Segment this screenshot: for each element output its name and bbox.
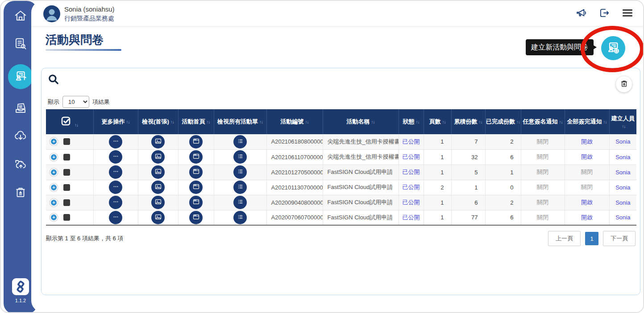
all-sign-notify[interactable]: 開啟 bbox=[581, 199, 593, 206]
expand-row-button[interactable]: + bbox=[50, 168, 58, 177]
creator-link[interactable]: Sonia bbox=[615, 169, 630, 176]
expand-row-button[interactable]: + bbox=[50, 137, 58, 146]
view-all-forms-button[interactable] bbox=[233, 165, 247, 179]
view-first-button[interactable] bbox=[151, 181, 165, 194]
announcement-icon[interactable] bbox=[575, 7, 587, 19]
view-all-forms-button[interactable] bbox=[233, 181, 247, 194]
sidebar-item-home[interactable] bbox=[11, 7, 30, 26]
expand-row-button[interactable]: + bbox=[50, 183, 58, 192]
table-row: + A2020070607000001 FastSIGN Cloud試用申請 已… bbox=[46, 210, 636, 225]
status-link[interactable]: 已公開 bbox=[403, 138, 420, 145]
sidebar-item-cloud-upload[interactable] bbox=[11, 156, 30, 174]
image-icon bbox=[154, 137, 162, 146]
column-header[interactable]: 全部簽完通知↑↓ bbox=[565, 109, 609, 134]
expand-row-button[interactable]: + bbox=[50, 153, 58, 161]
column-header[interactable]: 活動編號↑↓ bbox=[266, 109, 323, 134]
sidebar-item-cloud-download[interactable] bbox=[11, 128, 30, 146]
row-checkbox[interactable] bbox=[63, 199, 70, 206]
creator-link[interactable]: Sonia bbox=[615, 214, 630, 221]
all-sign-notify[interactable]: 開啟 bbox=[581, 138, 593, 145]
view-all-forms-button[interactable] bbox=[233, 211, 247, 224]
activity-home-button[interactable] bbox=[189, 211, 203, 224]
row-checkbox[interactable] bbox=[63, 169, 70, 176]
sidebar-item-document-search[interactable] bbox=[11, 35, 30, 54]
status-link[interactable]: 已公開 bbox=[403, 153, 420, 160]
activity-home-button[interactable] bbox=[189, 135, 203, 148]
sidebar-item-trash[interactable] bbox=[11, 184, 30, 202]
view-first-button[interactable] bbox=[151, 135, 165, 148]
more-actions-button[interactable] bbox=[109, 211, 122, 224]
all-sign-notify[interactable]: 開啟 bbox=[581, 214, 593, 221]
view-first-button[interactable] bbox=[151, 165, 165, 179]
more-actions-button[interactable] bbox=[109, 196, 122, 209]
status-link[interactable]: 已公開 bbox=[403, 199, 420, 206]
status-link[interactable]: 已公開 bbox=[403, 184, 420, 190]
all-sign-notify[interactable]: 開啟 bbox=[581, 153, 593, 160]
pagination: 上一頁 1 下一頁 bbox=[548, 231, 636, 246]
expand-row-button[interactable]: + bbox=[50, 213, 58, 222]
sidebar-item-activities[interactable] bbox=[8, 64, 33, 89]
column-header[interactable]: 任意簽名通知↑↓ bbox=[521, 109, 565, 134]
more-actions-button[interactable] bbox=[109, 150, 122, 164]
column-header[interactable]: 檢視(首張)↑↓ bbox=[138, 109, 178, 134]
column-header[interactable]: 活動名稱↑↓ bbox=[323, 109, 399, 134]
creator-link[interactable]: Sonia bbox=[615, 154, 630, 161]
title-underline bbox=[46, 49, 121, 51]
creator-link[interactable]: Sonia bbox=[615, 199, 630, 206]
row-checkbox[interactable] bbox=[63, 154, 70, 161]
column-header[interactable]: 累積份數↑↓ bbox=[451, 109, 485, 134]
more-actions-button[interactable] bbox=[109, 165, 122, 179]
activity-home-button[interactable] bbox=[189, 165, 203, 179]
column-header[interactable]: 頁數↑↓ bbox=[424, 109, 451, 134]
all-sign-notify: 關閉 bbox=[581, 169, 593, 175]
list-icon bbox=[237, 152, 244, 161]
ellipsis-icon bbox=[112, 168, 120, 177]
avatar[interactable] bbox=[43, 5, 60, 22]
row-checkbox[interactable] bbox=[63, 214, 70, 221]
create-activity-button[interactable] bbox=[601, 36, 625, 60]
view-all-forms-button[interactable] bbox=[233, 150, 247, 164]
column-header[interactable]: 檢視所有活動單↑↓ bbox=[214, 109, 266, 134]
plus-icon: + bbox=[51, 139, 57, 144]
column-header[interactable]: 建立人員↑↓ bbox=[609, 109, 636, 134]
show-label: 顯示 bbox=[48, 98, 59, 106]
activity-home-button[interactable] bbox=[189, 150, 203, 164]
creator-link[interactable]: Sonia bbox=[615, 138, 630, 145]
view-first-button[interactable] bbox=[151, 150, 165, 164]
creator-link[interactable]: Sonia bbox=[615, 184, 630, 191]
prev-page-button[interactable]: 上一頁 bbox=[548, 231, 581, 246]
cell-pages: 1 bbox=[424, 210, 451, 225]
document-tray-icon bbox=[14, 101, 27, 116]
row-checkbox[interactable] bbox=[63, 184, 70, 191]
user-bar: Sonia (soniahsu) 行銷暨產品業務處 bbox=[31, 1, 643, 27]
next-page-button[interactable]: 下一頁 bbox=[603, 231, 636, 246]
delete-selected-button[interactable] bbox=[616, 76, 632, 92]
sidebar-item-document-tray[interactable] bbox=[11, 99, 30, 118]
page-size-select[interactable]: 10 bbox=[62, 96, 89, 108]
more-actions-button[interactable] bbox=[109, 135, 122, 148]
more-actions-button[interactable] bbox=[109, 181, 122, 194]
current-page-button[interactable]: 1 bbox=[585, 232, 598, 245]
view-all-forms-button[interactable] bbox=[233, 135, 247, 148]
logout-icon[interactable] bbox=[598, 7, 610, 19]
status-link[interactable]: 已公開 bbox=[403, 169, 420, 175]
column-header[interactable]: 已完成份數↑↓ bbox=[485, 109, 521, 134]
plus-icon: + bbox=[51, 169, 57, 175]
column-header[interactable]: 狀態↑↓ bbox=[399, 109, 424, 134]
menu-icon[interactable] bbox=[622, 7, 633, 19]
activity-home-button[interactable] bbox=[189, 196, 203, 209]
activity-home-button[interactable] bbox=[189, 181, 203, 194]
view-first-button[interactable] bbox=[151, 196, 165, 209]
search-icon[interactable] bbox=[48, 74, 59, 87]
ellipsis-icon bbox=[112, 152, 120, 161]
view-all-forms-button[interactable] bbox=[233, 196, 247, 209]
view-first-button[interactable] bbox=[151, 211, 165, 224]
status-link[interactable]: 已公開 bbox=[403, 214, 420, 221]
cell-pages: 1 bbox=[424, 149, 451, 165]
expand-row-button[interactable]: + bbox=[50, 198, 58, 207]
cell-accumulated: 77 bbox=[451, 210, 485, 225]
row-checkbox[interactable] bbox=[63, 138, 70, 145]
header-select-all[interactable]: ↑↓ bbox=[46, 109, 93, 134]
column-header[interactable]: 活動首頁↑↓ bbox=[178, 109, 214, 134]
column-header[interactable]: 更多操作↑↓ bbox=[93, 109, 138, 134]
